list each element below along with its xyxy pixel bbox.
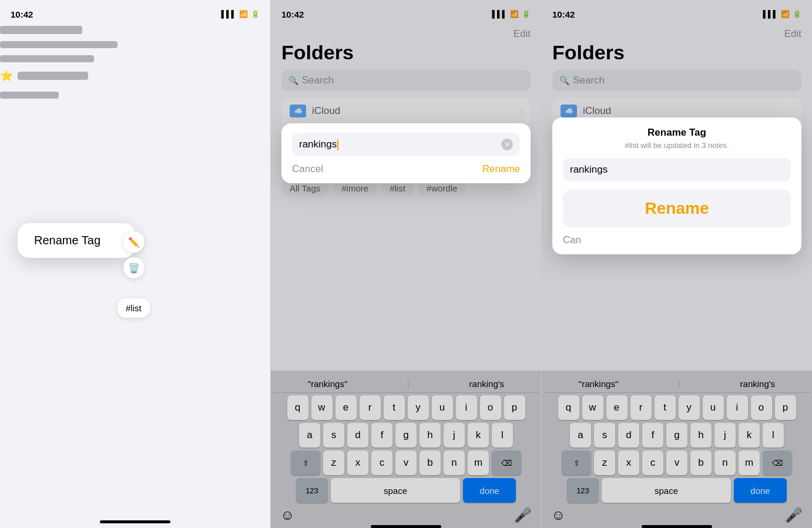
edit-icon-btn[interactable]: ✏️ bbox=[123, 231, 145, 253]
screen-2: 10:42 ▌▌▌ 📶 🔋 Edit Folders 🔍 Search ☁️ i… bbox=[271, 0, 542, 528]
rename-input-row-2[interactable]: rankings ✕ bbox=[292, 133, 520, 156]
wifi-icon: 📶 bbox=[239, 10, 248, 18]
rename-input-text-3: rankings bbox=[570, 164, 784, 176]
home-indicator-1 bbox=[100, 520, 170, 523]
battery-icon: 🔋 bbox=[251, 10, 260, 18]
popup-icons: ✏️ 🗑️ bbox=[123, 231, 145, 278]
cancel-button-2[interactable]: Cancel bbox=[292, 163, 323, 175]
screen-1: 10:42 ▌▌▌ 📶 🔋 ⭐ Rename Tag ✏️ 🗑️ bbox=[0, 0, 271, 528]
delete-icon-btn[interactable]: 🗑️ bbox=[123, 257, 145, 278]
rename-input-row-3[interactable]: rankings bbox=[563, 158, 791, 181]
rename-tag-popup: Rename Tag ✏️ 🗑️ bbox=[18, 223, 135, 258]
list-tag-bubble[interactable]: #list bbox=[118, 298, 150, 318]
dialog-actions-2: Cancel Rename bbox=[292, 163, 520, 175]
rename-input-text-2: rankings bbox=[299, 139, 501, 150]
dialog-title-3: Rename Tag bbox=[563, 127, 791, 139]
cancel-button-3[interactable]: Can bbox=[563, 234, 581, 246]
clear-button-2[interactable]: ✕ bbox=[501, 139, 513, 150]
rename-big-btn-3[interactable]: Rename bbox=[563, 190, 791, 227]
rename-button-2[interactable]: Rename bbox=[482, 163, 520, 175]
status-icons-1: ▌▌▌ 📶 🔋 bbox=[221, 10, 260, 18]
dialog-subtitle-3: #list will be updated in 3 notes. bbox=[563, 141, 791, 150]
dim-overlay-3 bbox=[542, 0, 812, 528]
star-icon: ⭐ bbox=[0, 69, 13, 82]
dialog-actions-3: Can bbox=[563, 234, 791, 246]
signal-icon: ▌▌▌ bbox=[221, 10, 236, 18]
rename-dialog-3: Rename Tag #list will be updated in 3 no… bbox=[552, 117, 801, 254]
rename-tag-title: Rename Tag bbox=[34, 234, 100, 247]
dim-overlay-2 bbox=[271, 0, 541, 528]
rename-dialog-2: rankings ✕ Cancel Rename bbox=[281, 123, 531, 183]
blurred-content: ⭐ bbox=[0, 26, 270, 99]
screen-3: 10:42 ▌▌▌ 📶 🔋 Edit Folders 🔍 Search ☁️ i… bbox=[542, 0, 812, 528]
status-bar-1: 10:42 ▌▌▌ 📶 🔋 bbox=[0, 0, 270, 26]
time-1: 10:42 bbox=[11, 9, 33, 19]
rename-big-text-3: Rename bbox=[645, 199, 709, 217]
